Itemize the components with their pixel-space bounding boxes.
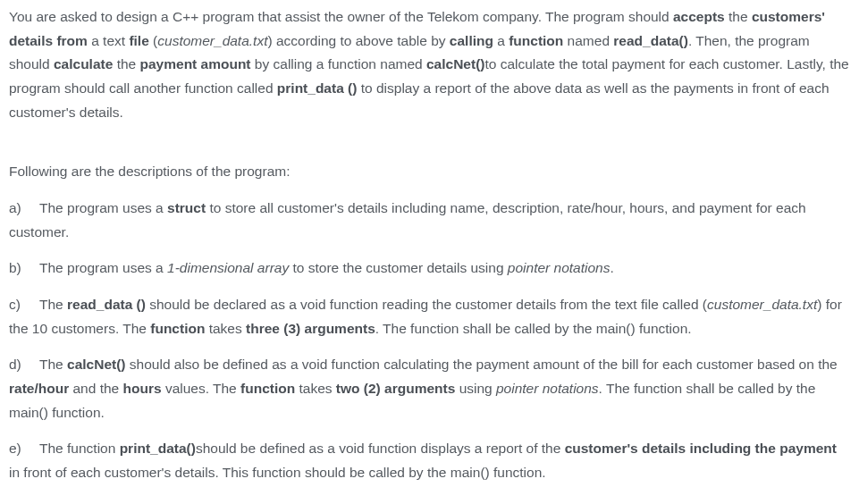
italic: pointer notations xyxy=(508,260,611,275)
italic: pointer notations xyxy=(496,381,599,396)
bold: rate/hour xyxy=(9,381,69,396)
italic: 1-dimensional array xyxy=(167,260,289,275)
bold: calcNet() xyxy=(426,56,484,71)
text: the xyxy=(113,56,139,71)
text: The xyxy=(39,297,67,312)
item-label: d) xyxy=(9,353,36,377)
bold: customer's details including the payment xyxy=(565,441,837,456)
bold: calling xyxy=(450,33,493,48)
italic: customer_data.txt xyxy=(157,33,267,48)
text: to store the customer details using xyxy=(289,260,508,275)
bold: read_data () xyxy=(67,297,146,312)
item-label: a) xyxy=(9,197,36,221)
list-item-c: c) The read_data () should be declared a… xyxy=(9,293,850,340)
list-item-d: d) The calcNet() should also be defined … xyxy=(9,353,850,424)
item-label: e) xyxy=(9,437,36,461)
text: The program uses a xyxy=(39,200,167,215)
bold: calculate xyxy=(54,56,113,71)
bold: file xyxy=(129,33,148,48)
text: should be defined as a void function dis… xyxy=(196,441,565,456)
text: a text xyxy=(88,33,130,48)
intro-paragraph: You are asked to design a C++ program th… xyxy=(9,5,850,124)
bold: function xyxy=(150,321,205,336)
list-item-a: a) The program uses a struct to store al… xyxy=(9,197,850,244)
bold: hours xyxy=(123,381,162,396)
bold: three (3) arguments xyxy=(246,321,375,336)
text: . The function shall be called by the ma… xyxy=(375,321,692,336)
bold: calcNet() xyxy=(67,357,125,372)
bold: print_data() xyxy=(120,441,196,456)
bold: function xyxy=(509,33,563,48)
text: by calling a function named xyxy=(251,56,426,71)
bold: two (2) arguments xyxy=(336,381,455,396)
text: the xyxy=(725,9,752,24)
text: . xyxy=(610,260,613,275)
text: ) according to above table by xyxy=(267,33,449,48)
text: using xyxy=(455,381,496,396)
text: a xyxy=(493,33,509,48)
bold: function xyxy=(240,381,295,396)
text: should be declared as a void function re… xyxy=(146,297,707,312)
item-label: b) xyxy=(9,256,36,281)
bold: print_data () xyxy=(277,80,358,96)
bold: struct xyxy=(167,200,206,215)
text: You are asked to design a C++ program th… xyxy=(9,9,673,24)
italic: customer_data.txt xyxy=(707,297,817,312)
text: The xyxy=(39,357,67,372)
item-label: c) xyxy=(9,293,36,317)
text: named xyxy=(563,33,613,48)
text: The program uses a xyxy=(39,260,167,275)
text: should also be defined as a void functio… xyxy=(126,357,838,372)
text: takes xyxy=(295,381,336,396)
bold: payment amount xyxy=(140,56,251,71)
list-item-e: e) The function print_data()should be de… xyxy=(9,437,850,484)
text: values. The xyxy=(162,381,240,396)
text: and the xyxy=(69,381,122,396)
text: in front of each customer's details. Thi… xyxy=(9,465,546,480)
list-item-b: b) The program uses a 1-dimensional arra… xyxy=(9,256,850,281)
bold: accepts xyxy=(673,9,725,24)
text: takes xyxy=(205,321,246,336)
lead-text: Following are the descriptions of the pr… xyxy=(9,160,850,184)
bold: read_data() xyxy=(613,33,688,48)
text: ( xyxy=(149,33,157,48)
text: The function xyxy=(39,441,120,456)
